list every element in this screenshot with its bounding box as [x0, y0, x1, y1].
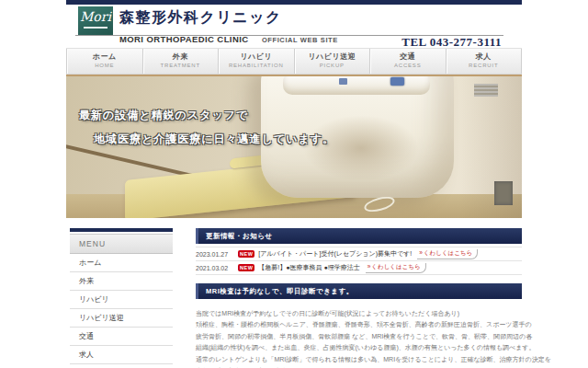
nav-item-access[interactable]: 交通 ACCESS: [370, 49, 447, 74]
mri-description-line: 頚椎症、胸椎・腰椎の椎間板ヘルニア、脊髄腫瘍、脊髄奇形、頚不全骨折、高齢者の新鮮…: [196, 319, 522, 330]
news-date: 2023.01.27: [196, 251, 238, 258]
sidebar-item-treatment[interactable]: 外来: [70, 272, 173, 291]
content-column: Mori 森整形外科クリニック MORI ORTHOPAEDIC CLINIC …: [66, 0, 522, 368]
news-detail-link-label: くわしくはこちら: [371, 263, 420, 270]
nav-label-en: PICKUP: [295, 62, 370, 69]
clinic-name: 森整形外科クリニック: [119, 8, 338, 27]
mri-description: 当院ではMRI検査が予約なしでその日に診断が可能(状況によってお待ちいただく場合…: [196, 308, 522, 368]
mri-machine-bore: [303, 115, 419, 181]
header-titles: 森整形外科クリニック MORI ORTHOPAEDIC CLINIC OFFIC…: [119, 8, 338, 46]
hero-wall-shadow: [461, 76, 522, 218]
mri-description-line: 通常のレントゲンよりも「MRI診断」で得られる情報は多い為、MRIを受けることに…: [196, 354, 522, 365]
news-detail-link[interactable]: »くわしくはこちら: [366, 263, 426, 273]
nav-label-jp: ホーム: [67, 52, 142, 62]
mri-description-line: 疲労骨折、関節の靭帯損傷、半月板損傷、骨軟部腫瘍 など、MRI検査を行うことで、…: [196, 331, 522, 342]
nav-label-en: REHABILITATION: [219, 62, 294, 69]
nav-item-pickup[interactable]: リハビリ送迎 PICKUP: [295, 49, 371, 74]
nav-label-jp: リハビリ送迎: [295, 52, 370, 62]
nav-label-en: ACCESS: [370, 62, 446, 69]
nav-label-en: TREATMENT: [143, 62, 219, 69]
double-arrow-icon: »: [419, 249, 423, 256]
content-area: MENU ホーム 外来 リハビリ リハビリ送迎 交通 求人 更新情報・お知らせ …: [66, 228, 522, 368]
page: Mori 森整形外科クリニック MORI ORTHOPAEDIC CLINIC …: [0, 0, 588, 368]
nav-label-en: HOME: [67, 62, 142, 69]
nav-label-jp: 交通: [370, 52, 446, 62]
nav-item-treatment[interactable]: 外来 TREATMENT: [143, 49, 220, 74]
nav-label-jp: リハビリ: [219, 52, 294, 62]
new-badge: NEW: [238, 264, 254, 271]
menu-title: MENU: [70, 234, 173, 254]
phone-number: TEL 043-277-3111: [401, 35, 502, 50]
main-content: 更新情報・お知らせ 2023.01.27 NEW [アルバイト・パート]受付(レ…: [196, 228, 522, 368]
mri-description-line: 組織(組織の性状)を調べ、また出血、炎症、占拠性病変(いわゆる腫瘍)、水腫の有無…: [196, 342, 522, 353]
nav-item-home[interactable]: ホーム HOME: [66, 49, 143, 74]
nav-label-jp: 外来: [143, 52, 219, 62]
news-row: 2023.01.27 NEW [アルバイト・パート]受付(レセプション)募集中で…: [196, 247, 522, 261]
logo-wordmark: Mori: [78, 6, 113, 27]
news-detail-link[interactable]: »くわしくはこちら: [417, 249, 478, 259]
news-list: 2023.01.27 NEW [アルバイト・パート]受付(レセプション)募集中で…: [196, 247, 522, 275]
sidebar-item-pickup[interactable]: リハビリ送迎: [70, 309, 173, 328]
news-section-header: 更新情報・お知らせ: [196, 228, 522, 244]
header: Mori 森整形外科クリニック MORI ORTHOPAEDIC CLINIC …: [66, 5, 522, 48]
menu-top-border: [70, 228, 173, 232]
news-detail-link-label: くわしくはこちら: [424, 249, 472, 256]
sidebar-item-rehabilitation[interactable]: リハビリ: [70, 291, 173, 309]
hero-catchphrase-line2: 地域医療と介護医療に日々邁進しています。: [94, 132, 334, 147]
nav-item-rehabilitation[interactable]: リハビリ REHABILITATION: [219, 49, 295, 74]
mri-display2-icon: [339, 78, 347, 85]
clinic-logo[interactable]: Mori: [78, 6, 113, 35]
hero-catchphrase-line1: 最新の設備と精鋭のスタッフで: [79, 108, 248, 123]
sidebar-item-access[interactable]: 交通: [70, 328, 173, 346]
hero-vent: [474, 84, 498, 97]
double-arrow-icon: »: [368, 263, 371, 270]
nav-item-recruit[interactable]: 求人 RECRUIT: [447, 49, 523, 74]
news-text: 【急募!】●医療事務員 ●理学療法士: [258, 263, 359, 272]
news-text: [アルバイト・パート]受付(レセプション)募集中です!: [258, 249, 412, 259]
news-date: 2021.03.02: [196, 265, 238, 271]
menu-list: ホーム 外来 リハビリ リハビリ送迎 交通 求人: [70, 254, 173, 364]
sidebar-item-home[interactable]: ホーム: [70, 254, 173, 272]
mri-machine-console: [283, 76, 430, 95]
mri-section: MRI検査は予約なしで、即日診断できます。 当院ではMRI検査が予約なしでその日…: [196, 283, 522, 368]
mri-section-header: MRI検査は予約なしで、即日診断できます。: [196, 283, 522, 299]
nav-label-en: RECRUIT: [447, 62, 522, 69]
official-site-label: OFFICIAL WEB SITE: [262, 36, 338, 44]
hero-photo: 最新の設備と精鋭のスタッフで 地域医療と介護医療に日々邁進しています。: [66, 76, 522, 218]
hero-equipment-box: [494, 181, 513, 205]
main-navigation: ホーム HOME 外来 TREATMENT リハビリ REHABILITATIO…: [66, 48, 522, 75]
nav-label-jp: 求人: [447, 52, 522, 62]
new-badge: NEW: [238, 250, 254, 258]
logo-rule: [84, 27, 107, 29]
news-row: 2021.03.02 NEW 【急募!】●医療事務員 ●理学療法士 »くわしくは…: [196, 261, 522, 275]
sidebar-item-recruit[interactable]: 求人: [70, 346, 173, 364]
sidebar-menu: MENU ホーム 外来 リハビリ リハビリ送迎 交通 求人: [70, 228, 173, 368]
mri-display-icon: [390, 77, 404, 86]
mri-description-line: 当院ではMRI検査が予約なしでその日に診断が可能(状況によってお待ちいただく場合…: [196, 308, 522, 319]
clinic-subtitle: MORI ORTHOPAEDIC CLINIC OFFICIAL WEB SIT…: [119, 29, 338, 46]
